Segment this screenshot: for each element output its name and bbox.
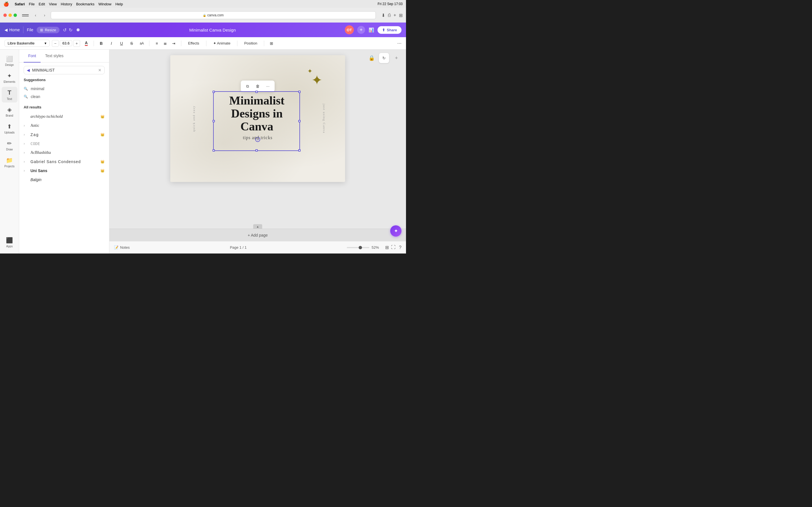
sidebar-item-draw[interactable]: ✏ Draw [2,137,17,153]
font-item-gabriel[interactable]: › Gabriel Sans Condensed 👑 [21,157,107,166]
align-indent-button[interactable]: ⇥ [170,40,177,47]
canvas-subtitle[interactable]: tips and tricks [243,135,273,140]
position-button[interactable]: Position [241,40,260,47]
redo-button[interactable]: ↻ [69,27,72,33]
bold-button[interactable]: B [97,40,105,47]
font-selector[interactable]: Libre Baskerville ▾ [4,40,50,47]
share-icon[interactable]: ⎙ [388,13,391,18]
app-container: ◀ Home File ⊞ Resize ↺ ↻ ⏺ Minimalist Ca… [0,22,406,253]
maximize-button[interactable] [13,13,17,17]
download-icon[interactable]: ⬇ [382,13,385,18]
handle-bottom-right[interactable] [298,149,301,152]
undo-button[interactable]: ↺ [63,27,66,33]
notes-button[interactable]: 📝 Notes [114,245,130,249]
refresh-button[interactable]: ↻ [379,53,389,63]
copy-element-button[interactable]: ⧉ [243,82,252,91]
sidebar-item-text[interactable]: T Text [2,87,17,103]
add-page-bar[interactable]: + Add page [109,229,406,241]
sidebar-item-brand[interactable]: ◈ Brand [2,104,17,119]
file-button[interactable]: File [27,27,33,32]
grid-view-button[interactable]: ⊞ [385,245,389,250]
search-back-icon[interactable]: ◀ [27,68,30,72]
font-item-adbhashitha[interactable]: › AcBhashitha [21,148,107,157]
font-size-input[interactable] [60,40,72,46]
spacing-button[interactable]: ⊞ [267,40,275,47]
analytics-button[interactable]: 📊 [368,27,374,33]
animate-button[interactable]: ✦ Animate [210,40,234,47]
back-button[interactable]: ‹ [32,11,40,19]
handle-top-right[interactable] [298,91,301,93]
underline-button[interactable]: U [117,40,125,47]
zoom-slider[interactable] [347,247,369,248]
delete-element-button[interactable]: 🗑 [253,82,262,91]
italic-button[interactable]: I [107,40,115,47]
handle-middle-right[interactable] [298,120,301,122]
add-collaborator-button[interactable]: + [357,26,365,34]
tab-text-styles[interactable]: Text styles [41,50,68,62]
fullscreen-button[interactable]: ⛶ [391,245,396,250]
save-status-icon[interactable]: ⏺ [76,27,80,33]
tab-font[interactable]: Font [24,50,41,62]
handle-middle-left[interactable] [213,120,215,122]
menu-bookmarks[interactable]: Bookmarks [76,2,94,6]
increase-size-button[interactable]: + [73,40,80,47]
collapse-handle[interactable]: ▲ [253,224,262,229]
handle-bottom-left[interactable] [213,149,215,152]
decrease-size-button[interactable]: − [52,40,59,47]
sidebar-item-projects[interactable]: 📁 Projects [2,154,17,170]
sidebar-item-elements[interactable]: ✦ Elements [2,70,17,86]
text-color-button[interactable]: A [82,40,90,47]
sidebar-item-apps[interactable]: ⬛ Apps [2,234,17,250]
avatar-button[interactable]: OT [345,25,354,34]
menu-window[interactable]: Window [98,2,111,6]
effects-button[interactable]: Effects [185,40,203,47]
more-element-options-button[interactable]: ··· [263,82,272,91]
grid-icon[interactable]: ⊞ [399,13,403,18]
strikethrough-button[interactable]: S [128,40,136,47]
minimize-button[interactable] [8,13,12,17]
handle-bottom-middle[interactable] [255,149,258,152]
sidebar-toggle[interactable] [21,12,29,18]
design-canvas[interactable]: ✦ ✦ quick and easy ⧉ 🗑 ··· [170,55,345,182]
zoom-slider-thumb[interactable] [359,246,362,249]
canvas-main-title[interactable]: Minimalist Designs in Canva [216,94,298,133]
font-item-antic[interactable]: › Antic [21,121,107,130]
menu-history[interactable]: History [61,2,72,6]
resize-label: Resize [45,28,56,32]
menu-view[interactable]: View [49,2,57,6]
resize-button[interactable]: ⊞ Resize [37,27,59,33]
font-item-balgin[interactable]: Balgin [21,175,107,184]
home-button[interactable]: ◀ Home [4,27,20,32]
apple-menu[interactable]: 🍎 [3,1,9,7]
canvas-scroll-area[interactable]: ↻ ✦ ✦ quick and easy ⧉ 🗑 ··· [109,50,406,241]
suggestion-minimal[interactable]: 🔍 minimal [24,85,105,93]
align-list-button[interactable]: ≣ [161,40,169,47]
menu-safari[interactable]: Safari [15,2,25,6]
forward-button[interactable]: › [41,11,49,19]
font-search-input[interactable] [32,68,96,72]
new-tab-icon[interactable]: + [394,13,396,18]
help-button[interactable]: ? [399,245,402,250]
sidebar-item-uploads[interactable]: ⬆ Uploads [2,121,17,136]
font-item-architypo[interactable]: architypo tschichold 👑 [21,112,107,121]
align-left-button[interactable]: ≡ [153,40,161,47]
menu-help[interactable]: Help [115,2,123,6]
address-bar[interactable]: 🔒 canva.com [51,11,376,19]
more-options-button[interactable]: ··· [397,40,402,46]
sidebar-item-design[interactable]: ⬜ Design [2,53,17,69]
share-button[interactable]: ⬆ Share [377,26,402,34]
home-label: Home [9,27,20,32]
menu-edit[interactable]: Edit [39,2,45,6]
handle-top-middle[interactable] [255,91,258,93]
font-item-zag[interactable]: › Zag 👑 [21,130,107,139]
font-item-code[interactable]: › CODE [21,139,107,148]
suggestion-clean[interactable]: 🔍 clean [24,93,105,101]
expand-icon-zag: › [24,133,28,136]
ai-assistant-button[interactable]: ✦ [390,225,402,237]
handle-top-left[interactable] [213,91,215,93]
menu-file[interactable]: File [29,2,35,6]
close-button[interactable] [3,13,7,17]
font-item-unisans[interactable]: › Uni Sans 👑 [21,166,107,175]
case-button[interactable]: aA [138,40,146,47]
search-clear-icon[interactable]: ✕ [98,68,101,72]
